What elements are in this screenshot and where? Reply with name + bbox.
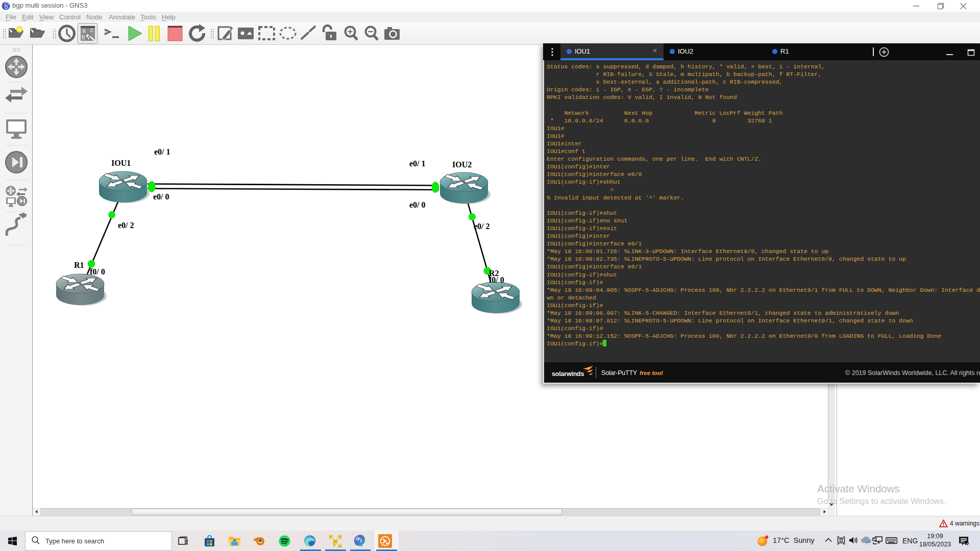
- svg-text:b: b: [82, 33, 85, 41]
- svg-text:c: c: [90, 27, 93, 34]
